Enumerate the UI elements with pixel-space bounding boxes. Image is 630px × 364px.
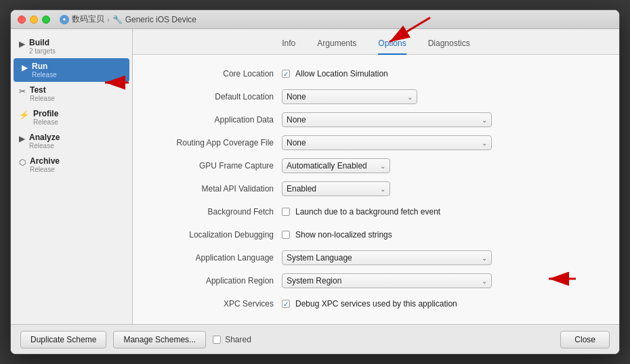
gpu-frame-control: Automatically Enabled ⌄ xyxy=(282,158,606,173)
content-area: Info Arguments Options Diagnostics Core … xyxy=(133,29,619,324)
xpc-label: XPC Services xyxy=(146,299,282,309)
xpc-checkbox[interactable] xyxy=(282,300,290,308)
tab-info[interactable]: Info xyxy=(282,36,295,55)
titlebar: ● 数码宝贝 › 🔧 Generic iOS Device xyxy=(11,10,619,29)
default-location-row: Default Location None ⌄ xyxy=(146,89,606,105)
tab-options[interactable]: Options xyxy=(378,36,406,55)
wrench-icon: 🔧 xyxy=(112,15,123,24)
select-arrow-gpu: ⌄ xyxy=(380,162,385,170)
maximize-button[interactable] xyxy=(42,16,50,24)
metal-api-label: Metal API Validation xyxy=(146,184,282,194)
sidebar-item-build[interactable]: ▶ Build 2 targets xyxy=(11,35,132,58)
metal-api-control: Enabled ⌄ xyxy=(282,181,606,196)
gpu-frame-row: GPU Frame Capture Automatically Enabled … xyxy=(146,158,606,174)
manage-schemes-button[interactable]: Manage Schemes... xyxy=(113,331,206,348)
sidebar-item-profile[interactable]: ⚡ Profile Release xyxy=(11,106,132,129)
routing-coverage-row: Routing App Coverage File None ⌄ xyxy=(146,135,606,151)
app-language-control: System Language ⌄ xyxy=(282,250,606,265)
tab-bar: Info Arguments Options Diagnostics xyxy=(133,29,619,55)
select-arrow-metal: ⌄ xyxy=(380,185,385,193)
run-icon: ▶ xyxy=(22,63,28,72)
default-location-label: Default Location xyxy=(146,92,282,101)
localization-row: Localization Debugging Show non-localize… xyxy=(146,227,606,243)
metal-api-select[interactable]: Enabled ⌄ xyxy=(282,181,390,196)
routing-coverage-select[interactable]: None ⌄ xyxy=(282,135,492,150)
localization-label: Localization Debugging xyxy=(146,230,282,240)
shared-label: Shared xyxy=(225,335,251,344)
core-location-row: Core Location Allow Location Simulation xyxy=(146,66,606,82)
background-fetch-control: Launch due to a background fetch event xyxy=(282,207,606,217)
sidebar-item-test[interactable]: ✂ Test Release xyxy=(11,82,132,106)
tab-diagnostics[interactable]: Diagnostics xyxy=(428,36,470,55)
sidebar-item-archive[interactable]: ⬡ Archive Release xyxy=(11,153,132,177)
localization-control: Show non-localized strings xyxy=(282,230,606,240)
project-icon: ● xyxy=(60,15,69,24)
app-language-label: Application Language xyxy=(146,253,282,263)
select-arrow-language: ⌄ xyxy=(482,254,487,262)
app-region-label: Application Region xyxy=(146,276,282,286)
allow-location-text: Allow Location Simulation xyxy=(295,69,388,78)
default-location-select[interactable]: None ⌄ xyxy=(282,89,417,104)
localization-checkbox[interactable] xyxy=(282,231,290,239)
shared-checkbox-row: Shared xyxy=(213,335,251,344)
app-region-control: System Region ⌄ xyxy=(282,273,606,288)
sidebar-item-analyze[interactable]: ▶ Analyze Release xyxy=(11,129,132,153)
background-fetch-checkbox[interactable] xyxy=(282,208,290,216)
allow-location-checkbox[interactable] xyxy=(282,70,290,78)
select-arrow-routing: ⌄ xyxy=(482,139,487,147)
minimize-button[interactable] xyxy=(30,16,38,24)
routing-coverage-control: None ⌄ xyxy=(282,135,606,150)
duplicate-scheme-button[interactable]: Duplicate Scheme xyxy=(20,331,106,348)
build-icon: ▶ xyxy=(19,39,25,49)
background-fetch-label: Background Fetch xyxy=(146,207,282,217)
close-button[interactable]: Close xyxy=(560,331,610,348)
archive-icon: ⬡ xyxy=(19,158,26,167)
analyze-icon: ▶ xyxy=(19,134,25,143)
app-region-row: Application Region System Region ⌄ xyxy=(146,273,606,289)
test-icon: ✂ xyxy=(19,87,26,96)
application-data-label: Application Data xyxy=(146,115,282,124)
breadcrumb: ● 数码宝贝 › 🔧 Generic iOS Device xyxy=(60,14,196,25)
device-name: 🔧 Generic iOS Device xyxy=(112,15,196,24)
select-arrow-region: ⌄ xyxy=(482,277,487,285)
sidebar: ▶ Build 2 targets ▶ Run Release ✂ xyxy=(11,29,133,324)
select-arrow-default-location: ⌄ xyxy=(407,93,413,101)
routing-coverage-label: Routing App Coverage File xyxy=(146,138,282,147)
default-location-control: None ⌄ xyxy=(282,89,606,104)
gpu-frame-label: GPU Frame Capture xyxy=(146,161,282,170)
close-button[interactable] xyxy=(18,16,26,24)
application-data-control: None ⌄ xyxy=(282,112,606,127)
gpu-frame-select[interactable]: Automatically Enabled ⌄ xyxy=(282,158,390,173)
background-fetch-row: Background Fetch Launch due to a backgro… xyxy=(146,204,606,220)
xpc-row: XPC Services Debug XPC services used by … xyxy=(146,296,606,312)
settings-panel: Core Location Allow Location Simulation … xyxy=(133,55,619,324)
core-location-control: Allow Location Simulation xyxy=(282,69,606,78)
application-data-select[interactable]: None ⌄ xyxy=(282,112,492,127)
core-location-label: Core Location xyxy=(146,69,282,78)
application-data-row: Application Data None ⌄ xyxy=(146,112,606,128)
sidebar-item-run[interactable]: ▶ Run Release xyxy=(14,58,129,82)
main-content: ▶ Build 2 targets ▶ Run Release ✂ xyxy=(11,29,619,324)
select-arrow-app-data: ⌄ xyxy=(482,116,487,124)
xpc-text: Debug XPC services used by this applicat… xyxy=(295,299,457,309)
localization-text: Show non-localized strings xyxy=(295,230,392,240)
app-language-row: Application Language System Language ⌄ xyxy=(146,250,606,266)
background-fetch-text: Launch due to a background fetch event xyxy=(295,207,440,217)
bottom-bar: Duplicate Scheme Manage Schemes... Share… xyxy=(11,324,619,354)
breadcrumb-separator: › xyxy=(107,16,110,24)
metal-api-row: Metal API Validation Enabled ⌄ xyxy=(146,181,606,197)
app-language-select[interactable]: System Language ⌄ xyxy=(282,250,492,265)
shared-checkbox[interactable] xyxy=(213,336,221,344)
project-name: 数码宝贝 xyxy=(72,14,104,25)
xpc-control: Debug XPC services used by this applicat… xyxy=(282,299,606,309)
app-region-select[interactable]: System Region ⌄ xyxy=(282,273,492,288)
profile-icon: ⚡ xyxy=(19,110,29,120)
tab-arguments[interactable]: Arguments xyxy=(317,36,356,55)
